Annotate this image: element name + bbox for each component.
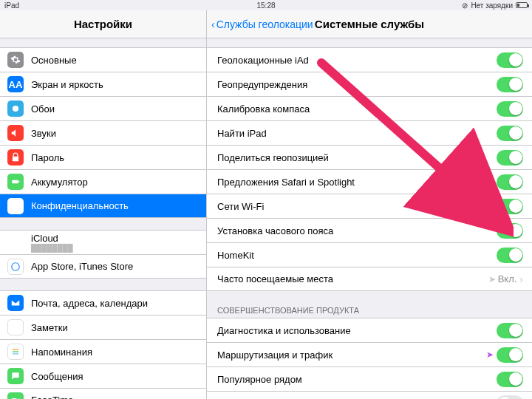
- svg-rect-2: [18, 181, 19, 183]
- product-improvement-group: Совершенствование продукта Диагностика и…: [207, 303, 532, 399]
- status-time: 15:28: [256, 1, 275, 10]
- detail-list[interactable]: Геолокационные iAd Геопредупреждения Кал…: [207, 38, 532, 399]
- svg-rect-5: [13, 349, 18, 350]
- toggle-homekit[interactable]: [497, 248, 523, 263]
- toggle-compass[interactable]: [497, 101, 523, 117]
- sidebar-item-passcode[interactable]: Пароль: [0, 145, 206, 169]
- sidebar-item-sounds[interactable]: Звуки: [0, 120, 206, 145]
- toggle-share-location[interactable]: [497, 150, 523, 166]
- sidebar-item-messages[interactable]: Сообщения: [0, 364, 206, 388]
- status-bar: iPad 15:28 ⊘ Нет зарядки: [0, 0, 532, 10]
- row-frequent-locations[interactable]: Часто посещаемые места➤Вкл.›: [207, 267, 532, 291]
- brightness-icon: AA: [7, 76, 24, 92]
- location-arrow-icon: ➤: [488, 274, 496, 284]
- icloud-account: ████████: [31, 244, 197, 252]
- lock-icon: [7, 149, 24, 166]
- row-compass[interactable]: Калибровка компаса: [207, 96, 532, 120]
- detail-nav: ‹Службы геолокации Системные службы: [207, 10, 532, 38]
- hand-icon: [7, 198, 24, 214]
- svg-point-0: [13, 106, 18, 112]
- row-timezone[interactable]: Установка часового пояса: [207, 218, 532, 242]
- facetime-icon: [7, 392, 24, 400]
- row-wifi[interactable]: Сети Wi-Fi: [207, 194, 532, 218]
- toggle-improve-maps[interactable]: [497, 395, 523, 399]
- chevron-right-icon: ›: [519, 273, 523, 285]
- toggle-diagnostics[interactable]: [497, 323, 523, 338]
- wallpaper-icon: [7, 100, 24, 117]
- reminders-icon: [7, 344, 24, 360]
- row-routing-traffic[interactable]: Маршрутизация и трафик➤: [207, 342, 532, 366]
- sidebar-item-notes[interactable]: Заметки: [0, 315, 206, 339]
- back-button[interactable]: ‹Службы геолокации: [211, 18, 313, 30]
- notes-icon: [7, 319, 24, 335]
- toggle-find-ipad[interactable]: [497, 126, 523, 141]
- sidebar-title: Настройки: [74, 18, 132, 30]
- row-improve-maps[interactable]: Улучшить Карты: [207, 391, 532, 399]
- detail-pane: ‹Службы геолокации Системные службы Геол…: [207, 10, 532, 399]
- toggle-timezone[interactable]: [497, 223, 523, 239]
- messages-icon: [7, 368, 24, 384]
- location-arrow-icon: ➤: [486, 349, 494, 360]
- group-header-improvement: Совершенствование продукта: [207, 303, 532, 318]
- detail-title: Системные службы: [315, 18, 424, 30]
- sidebar-item-general[interactable]: Основные: [0, 47, 206, 72]
- sidebar-item-display[interactable]: AAЭкран и яркость: [0, 72, 206, 96]
- toggle-geo-alerts[interactable]: [497, 77, 523, 92]
- toggle-iad[interactable]: [497, 52, 523, 68]
- toggle-popular-nearby[interactable]: [497, 372, 523, 387]
- settings-sidebar: Настройки Основные AAЭкран и яркость Обо…: [0, 10, 207, 399]
- mail-icon: [7, 295, 24, 311]
- sidebar-item-icloud[interactable]: iCloud████████: [0, 230, 206, 254]
- sidebar-item-battery[interactable]: Аккумулятор: [0, 169, 206, 194]
- sounds-icon: [7, 125, 24, 141]
- sidebar-list[interactable]: Основные AAЭкран и яркость Обои Звуки Па…: [0, 38, 206, 399]
- toggle-routing-traffic[interactable]: [497, 347, 523, 363]
- svg-rect-4: [12, 324, 18, 330]
- status-device: iPad: [4, 1, 19, 10]
- row-share-location[interactable]: Поделиться геопозицией: [207, 145, 532, 169]
- sidebar-item-facetime[interactable]: FaceTime: [0, 388, 206, 399]
- svg-rect-1: [12, 180, 18, 184]
- sidebar-item-privacy[interactable]: Конфиденциальность: [0, 194, 206, 218]
- sidebar-item-reminders[interactable]: Напоминания: [0, 339, 206, 364]
- gear-icon: [7, 52, 24, 68]
- sidebar-nav: Настройки: [0, 10, 206, 38]
- cloud-icon: [7, 234, 24, 250]
- system-services-group: Геолокационные iAd Геопредупреждения Кал…: [207, 47, 532, 291]
- chevron-left-icon: ‹: [211, 18, 215, 30]
- battery-icon: [516, 2, 528, 8]
- row-safari-spotlight[interactable]: Предложения Safari и Spotlight: [207, 169, 532, 194]
- status-charge: Нет зарядки: [471, 1, 513, 10]
- sidebar-item-appstore[interactable]: App Store, iTunes Store: [0, 254, 206, 279]
- svg-rect-7: [13, 353, 18, 354]
- sidebar-item-wallpaper[interactable]: Обои: [0, 96, 206, 120]
- row-iad[interactable]: Геолокационные iAd: [207, 47, 532, 72]
- sidebar-item-mail[interactable]: Почта, адреса, календари: [0, 290, 206, 315]
- appstore-icon: [7, 259, 24, 275]
- toggle-safari-spotlight[interactable]: [497, 174, 523, 190]
- battery-settings-icon: [7, 174, 24, 190]
- row-homekit[interactable]: HomeKit: [207, 242, 532, 267]
- row-find-ipad[interactable]: Найти iPad: [207, 120, 532, 145]
- row-geo-alerts[interactable]: Геопредупреждения: [207, 72, 532, 96]
- svg-rect-6: [13, 351, 18, 352]
- row-diagnostics[interactable]: Диагностика и использование: [207, 318, 532, 342]
- row-popular-nearby[interactable]: Популярное рядом: [207, 366, 532, 391]
- toggle-wifi[interactable]: [497, 199, 523, 214]
